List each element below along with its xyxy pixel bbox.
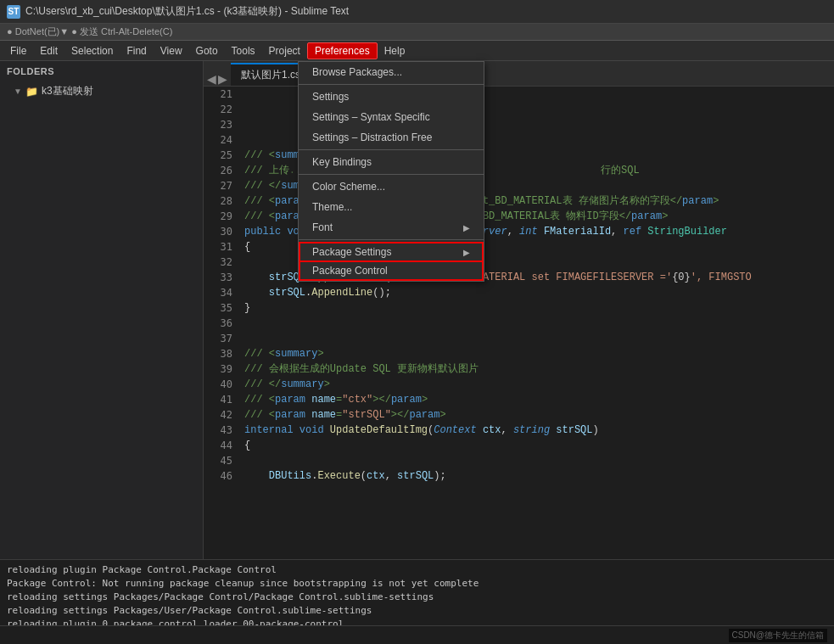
dropdown-settings[interactable]: Settings [299, 87, 484, 107]
dropdown-theme[interactable]: Theme... [299, 197, 484, 217]
sidebar: FOLDERS ▼ 📁 k3基础映射 [0, 61, 204, 559]
menu-selection[interactable]: Selection [64, 43, 120, 59]
tab-navigation: ◀ ▶ [204, 72, 231, 86]
console-input-bar: CSDN@德卡先生的信箱 [0, 625, 834, 644]
folder-arrow-icon: ▼ [14, 87, 22, 96]
sidebar-item-k3[interactable]: ▼ 📁 k3基础映射 [0, 81, 203, 101]
code-line-46: DBUtils.Execute(ctx, strSQL); [244, 468, 827, 484]
title-bar: ST C:\Users\rd_xb_cui\Desktop\默认图片1.cs -… [0, 0, 834, 24]
code-line-37 [244, 331, 827, 346]
dropdown-font[interactable]: Font ▶ [299, 217, 484, 238]
code-line-38: /// <summary> [244, 346, 827, 361]
console-line-4: reloading settings Packages/User/Package… [7, 604, 827, 618]
code-line-42: /// <param name="strSQL"></param> [244, 407, 827, 423]
menu-view[interactable]: View [154, 43, 189, 59]
menu-tools[interactable]: Tools [225, 43, 262, 59]
sidebar-folders-header: FOLDERS [0, 61, 203, 81]
menu-preferences[interactable]: Preferences [307, 42, 378, 59]
code-line-40: /// </summary> [244, 377, 827, 392]
code-line-44: { [244, 438, 827, 453]
menu-bar: File Edit Selection Find View Goto Tools… [0, 41, 834, 61]
folder-name: k3基础映射 [42, 84, 93, 98]
font-arrow-icon: ▶ [463, 223, 470, 232]
folder-icon: 📁 [25, 86, 38, 98]
dropdown-separator-2 [299, 149, 484, 150]
menu-file[interactable]: File [3, 43, 33, 59]
menu-find[interactable]: Find [120, 43, 153, 59]
dropdown-key-bindings[interactable]: Key Bindings [299, 152, 484, 172]
app-icon: ST [7, 5, 20, 19]
code-line-41: /// <param name="ctx"></param> [244, 392, 827, 407]
dropdown-separator-3 [299, 174, 484, 175]
code-line-45 [244, 453, 827, 468]
console-input[interactable] [0, 630, 729, 641]
dropdown-separator-1 [299, 84, 484, 85]
console-line-2: Package Control: Not running package cle… [7, 577, 827, 591]
dropdown-package-settings[interactable]: Package Settings ▶ [299, 242, 484, 262]
dropdown-package-control[interactable]: Package Control [299, 262, 484, 281]
menu-goto[interactable]: Goto [189, 43, 225, 59]
dropdown-settings-syntax[interactable]: Settings – Syntax Specific [299, 107, 484, 127]
menu-edit[interactable]: Edit [33, 43, 64, 59]
dropdown-browse-packages[interactable]: Browse Packages... [299, 62, 484, 82]
tab-arrow-right[interactable]: ▶ [218, 72, 227, 86]
package-settings-arrow-icon: ▶ [463, 248, 470, 257]
dropdown-separator-4 [299, 239, 484, 240]
menu-help[interactable]: Help [378, 43, 412, 59]
dropdown-settings-distraction[interactable]: Settings – Distraction Free [299, 127, 484, 148]
system-bar: ● DotNet(已)▼ ● 发送 Ctrl-Alt-Delete(C) [0, 24, 834, 41]
code-line-39: /// 会根据生成的Update SQL 更新物料默认图片 [244, 361, 827, 377]
watermark-text: CSDN@德卡先生的信箱 [729, 629, 828, 642]
code-line-35: } [244, 300, 827, 316]
console-line-3: reloading settings Packages/Package Cont… [7, 591, 827, 604]
code-line-43: internal void UpdateDefaultImg(Context c… [244, 423, 827, 438]
console-line-1: reloading plugin Package Control.Package… [7, 563, 827, 577]
menu-project[interactable]: Project [262, 43, 307, 59]
code-line-36 [244, 316, 827, 331]
tab-arrow-left[interactable]: ◀ [207, 72, 216, 86]
system-bar-text: ● DotNet(已)▼ ● 发送 Ctrl-Alt-Delete(C) [7, 25, 172, 38]
tab-filename: 默认图片1.cs [241, 68, 300, 82]
code-line-34: strSQL.AppendLine(); [244, 285, 827, 300]
dropdown-color-scheme[interactable]: Color Scheme... [299, 176, 484, 197]
title-text: C:\Users\rd_xb_cui\Desktop\默认图片1.cs - (k… [25, 4, 349, 19]
line-numbers: 21222324 2526272829 3031323334 353637383… [204, 87, 238, 484]
preferences-dropdown: Browse Packages... Settings Settings – S… [298, 61, 484, 282]
